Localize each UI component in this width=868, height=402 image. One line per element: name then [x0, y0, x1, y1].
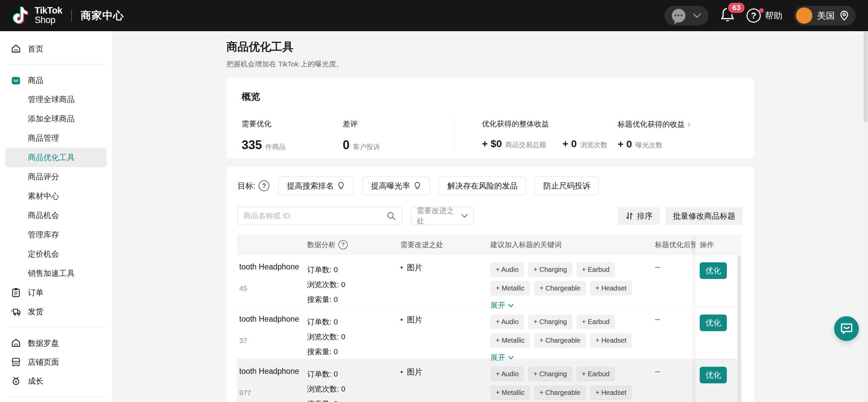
sidebar-item-label: 首页 [28, 44, 43, 54]
product-id: 37 [239, 337, 302, 345]
sidebar-subitem-asset-center[interactable]: 素材中心 [5, 186, 107, 206]
sort-button[interactable]: 排序 [618, 207, 660, 225]
sidebar-subitem-product-manage[interactable]: 商品管理 [5, 128, 107, 148]
main-content: 商品优化工具 把握机会增加在 TikTok 上的曝光度。 概览 需要优化 335… [112, 31, 868, 402]
sidebar-subitem-inventory[interactable]: 管理库存 [5, 225, 107, 244]
product-search-input[interactable] [243, 212, 386, 220]
page-scrollbar-thumb[interactable] [864, 31, 868, 122]
keyword-chip[interactable]: + Charging [528, 262, 572, 277]
keyword-chip[interactable]: + Chargeable [534, 385, 586, 400]
account-region-button[interactable]: 美国 [794, 6, 856, 25]
keyword-chip[interactable]: + Charging [528, 367, 572, 381]
title-preview-value: -- [655, 315, 660, 323]
sidebar-divider [7, 327, 105, 327]
sidebar-subitem-manage-global[interactable]: 管理全球商品 [5, 90, 107, 109]
keyword-chip[interactable]: + Earbud [577, 262, 615, 277]
product-name[interactable]: tooth Headphone [239, 262, 302, 272]
page-subtitle: 把握机会增加在 TikTok 上的曝光度。 [226, 59, 754, 69]
keyword-chip[interactable]: + Earbud [577, 367, 615, 381]
improvement-filter-dropdown[interactable]: 需要改进之处 [411, 207, 474, 225]
search-icon[interactable] [386, 211, 396, 221]
products-table: 数据分析 ? 需要改进之处 建议加入标题的关键词 标题优化后预览 操作 toot… [237, 235, 742, 402]
sidebar-item-growth[interactable]: 成长 [5, 371, 107, 390]
sidebar-item-label: 成长 [28, 376, 43, 386]
data-analysis-cell: 订单数: 0 浏览次数: 0 搜索量: 0 [307, 307, 400, 359]
keyword-chip[interactable]: + Chargeable [534, 281, 586, 296]
keyword-chip[interactable]: + Headset [590, 385, 632, 400]
storefront-icon [11, 357, 21, 367]
goal-button-risky-listings[interactable]: 解决存在风险的发品 [439, 176, 526, 195]
optimization-tools-card: 目标: ? 提高搜索排名 提高曝光率 解决存在风险的发品 防止尺码投诉 [226, 167, 754, 402]
bulk-edit-titles-button[interactable]: 批量修改商品标题 [665, 207, 743, 225]
goal-help-icon[interactable]: ? [259, 180, 269, 191]
location-pin-icon [839, 10, 849, 21]
keyword-chip[interactable]: + Audio [490, 262, 524, 277]
optimize-button[interactable]: 优化 [700, 315, 727, 331]
sidebar-item-label: 商品 [28, 75, 43, 86]
optimize-button[interactable]: 优化 [700, 367, 727, 383]
keyword-chip[interactable]: + Charging [528, 315, 572, 329]
chevron-right-icon: › [687, 119, 691, 129]
improvement-item: •图片 [400, 262, 486, 273]
brand-line-2: Shop [35, 16, 62, 25]
product-name[interactable]: tooth Headphone [239, 315, 302, 324]
improvement-item: •图片 [400, 367, 486, 377]
brand-wordmark: TikTok Shop [35, 6, 62, 25]
col-improvements: 需要改进之处 [400, 240, 490, 249]
sidebar-item-home[interactable]: 首页 [5, 39, 107, 58]
data-analysis-help-icon[interactable]: ? [338, 240, 348, 249]
product-id: 45 [239, 284, 302, 293]
keyword-chip[interactable]: + Chargeable [534, 333, 586, 348]
sidebar-item-orders[interactable]: 订单 [5, 283, 107, 302]
keyword-chip[interactable]: + Metallic [490, 281, 530, 296]
table-scrollbar-thumb[interactable] [737, 256, 741, 402]
avatar [796, 7, 812, 24]
keyword-chip[interactable]: + Metallic [490, 333, 530, 348]
keyword-chip[interactable]: + Audio [490, 367, 524, 381]
sidebar-subitem-add-global[interactable]: 添加全球商品 [5, 109, 107, 128]
lightbulb-icon [337, 181, 345, 190]
sidebar-subitem-product-opportunity[interactable]: 商品机会 [5, 206, 107, 225]
keyword-chip[interactable]: + Metallic [490, 385, 530, 400]
optimize-button[interactable]: 优化 [700, 262, 727, 279]
sidebar-item-analytics[interactable]: 数据罗盘 [5, 334, 107, 353]
keyword-chip[interactable]: + Audio [490, 315, 524, 329]
sidebar-subitem-optimization-tool[interactable]: 商品优化工具 [5, 148, 107, 167]
col-title-preview: 标题优化后预览 [655, 240, 695, 249]
sidebar-item-shop-page[interactable]: 店铺页面 [5, 353, 107, 371]
chevron-down-icon [693, 13, 701, 18]
product-name[interactable]: tooth Headphone [239, 367, 302, 376]
top-header: TikTok Shop 商家中心 63 ? 帮助 美国 [0, 0, 868, 31]
help-button[interactable]: ? 帮助 [747, 8, 782, 23]
sidebar-subitem-product-rating[interactable]: 商品评分 [5, 167, 107, 186]
keyword-chip[interactable]: + Earbud [577, 315, 615, 329]
notification-count-badge: 63 [727, 1, 746, 14]
help-red-dot [759, 8, 764, 13]
keyword-chip[interactable]: + Headset [590, 333, 632, 348]
page-scrollbar-track[interactable] [863, 31, 868, 402]
goal-button-exposure[interactable]: 提高曝光率 [362, 176, 430, 195]
sidebar-item-shipping[interactable]: 发货 [5, 302, 107, 321]
messages-button[interactable] [664, 6, 709, 25]
sidebar-subitem-pricing-opportunity[interactable]: 定价机会 [5, 244, 107, 264]
goal-button-search-rank[interactable]: 提高搜索排名 [278, 176, 354, 195]
data-analysis-cell: 订单数: 0 浏览次数: 0 搜索量: 0 [307, 359, 400, 402]
col-keywords: 建议加入标题的关键词 [490, 240, 655, 249]
stat-title-gain: 标题优化获得的收益 › + 0曝光次数 [618, 119, 691, 150]
sidebar-item-products[interactable]: 商品 [5, 71, 107, 90]
title-gain-link[interactable]: 标题优化获得的收益 › [618, 119, 691, 129]
sidebar-divider [7, 64, 105, 65]
notifications-button[interactable]: 63 [720, 7, 735, 24]
keyword-chip[interactable]: + Headset [590, 281, 632, 296]
table-row: tooth Headphone 45 订单数: 0 浏览次数: 0 搜索量: 0… [237, 255, 742, 307]
products-bag-icon [11, 75, 21, 85]
page-title: 商品优化工具 [226, 39, 754, 55]
goal-button-size-complaints[interactable]: 防止尺码投诉 [535, 176, 599, 195]
product-id: 977 [239, 389, 302, 397]
overview-card: 概览 需要优化 335 件商品 差评 0 客户投诉 优化获得的整体收益 [226, 78, 754, 158]
tiktok-shop-logo[interactable]: TikTok Shop [12, 6, 62, 25]
sidebar-divider [7, 397, 105, 397]
support-chat-button[interactable] [834, 316, 859, 341]
stat-overall-gain: 优化获得的整体收益 + $0商品交易总额 + 0浏览次数 [482, 119, 618, 149]
sidebar-subitem-sales-accelerator[interactable]: 销售加速工具 [5, 264, 107, 283]
